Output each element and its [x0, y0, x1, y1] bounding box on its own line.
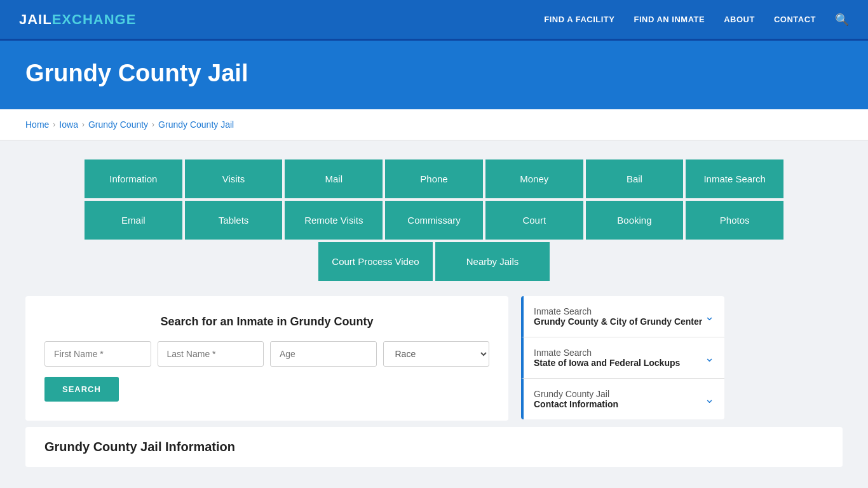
btn-bail[interactable]: Bail — [586, 159, 684, 198]
main-content: Information Visits Mail Phone Money Bail… — [0, 140, 868, 488]
sidebar-card-grundy-county[interactable]: Inmate Search Grundy County & City of Gr… — [521, 296, 724, 337]
breadcrumb-iowa[interactable]: Iowa — [59, 119, 78, 130]
jail-info-title: Grundy County Jail Information — [44, 440, 824, 454]
page-title: Grundy County Jail — [25, 60, 843, 87]
brand-jail: JAIL — [19, 11, 52, 28]
breadcrumb-sep-3: › — [152, 120, 154, 129]
breadcrumb-sep-1: › — [53, 120, 55, 129]
brand-logo[interactable]: JAIL EXCHANGE — [19, 11, 136, 28]
sidebar-card-text-2: Inmate Search State of Iowa and Federal … — [534, 348, 680, 368]
nav-find-inmate[interactable]: FIND AN INMATE — [634, 15, 705, 24]
btn-commissary[interactable]: Commissary — [385, 201, 483, 240]
btn-remote-visits[interactable]: Remote Visits — [285, 201, 383, 240]
age-input[interactable] — [270, 341, 377, 367]
navbar: JAIL EXCHANGE FIND A FACILITY FIND AN IN… — [0, 0, 868, 41]
nav-contact[interactable]: CONTACT — [774, 15, 816, 24]
hero-section: Grundy County Jail — [0, 41, 868, 109]
chevron-down-icon-2: ⌄ — [705, 351, 714, 365]
nav-find-facility[interactable]: FIND A FACILITY — [544, 15, 614, 24]
search-icon-button[interactable]: 🔍 — [835, 13, 849, 27]
breadcrumb-grundy-county[interactable]: Grundy County — [88, 119, 148, 130]
navbar-links: FIND A FACILITY FIND AN INMATE ABOUT CON… — [544, 13, 849, 27]
inmate-search-form: Search for an Inmate in Grundy County Ra… — [25, 296, 508, 421]
navigation-grid: Information Visits Mail Phone Money Bail… — [85, 159, 783, 283]
sidebar-card-title-2: Inmate Search — [534, 348, 680, 358]
btn-court-process-video[interactable]: Court Process Video — [318, 242, 433, 281]
sidebar-card-text-3: Grundy County Jail Contact Information — [534, 389, 618, 409]
breadcrumb-current: Grundy County Jail — [158, 119, 234, 130]
grid-row-1: Information Visits Mail Phone Money Bail… — [85, 159, 783, 198]
breadcrumb: Home › Iowa › Grundy County › Grundy Cou… — [0, 109, 868, 140]
btn-photos[interactable]: Photos — [686, 201, 783, 240]
chevron-down-icon-3: ⌄ — [705, 392, 714, 406]
btn-nearby-jails[interactable]: Nearby Jails — [435, 242, 550, 281]
search-form-title: Search for an Inmate in Grundy County — [44, 315, 489, 329]
grid-row-2: Email Tablets Remote Visits Commissary C… — [85, 201, 783, 240]
sidebar-card-iowa-federal[interactable]: Inmate Search State of Iowa and Federal … — [521, 337, 724, 379]
lower-section: Search for an Inmate in Grundy County Ra… — [25, 296, 724, 421]
race-select[interactable]: Race White Black Hispanic Asian Other — [383, 341, 490, 367]
breadcrumb-home[interactable]: Home — [25, 119, 49, 130]
btn-tablets[interactable]: Tablets — [185, 201, 283, 240]
brand-exchange: EXCHANGE — [52, 11, 137, 28]
sidebar: Inmate Search Grundy County & City of Gr… — [521, 296, 724, 421]
grid-row-3: Court Process Video Nearby Jails — [85, 242, 783, 281]
search-fields: Race White Black Hispanic Asian Other — [44, 341, 489, 367]
sidebar-card-subtitle-3: Contact Information — [534, 399, 618, 409]
jail-info-section: Grundy County Jail Information — [25, 427, 843, 467]
breadcrumb-sep-2: › — [82, 120, 85, 129]
btn-inmate-search[interactable]: Inmate Search — [686, 159, 783, 198]
sidebar-card-text-1: Inmate Search Grundy County & City of Gr… — [534, 306, 702, 327]
sidebar-card-subtitle-2: State of Iowa and Federal Lockups — [534, 358, 680, 368]
search-submit-button[interactable]: SEARCH — [44, 377, 119, 402]
btn-phone[interactable]: Phone — [385, 159, 483, 198]
btn-booking[interactable]: Booking — [586, 201, 684, 240]
btn-mail[interactable]: Mail — [285, 159, 383, 198]
btn-money[interactable]: Money — [485, 159, 583, 198]
chevron-down-icon-1: ⌄ — [705, 309, 714, 323]
btn-information[interactable]: Information — [85, 159, 182, 198]
nav-about[interactable]: ABOUT — [724, 15, 755, 24]
btn-court[interactable]: Court — [485, 201, 583, 240]
sidebar-card-title-3: Grundy County Jail — [534, 389, 618, 399]
btn-email[interactable]: Email — [85, 201, 182, 240]
first-name-input[interactable] — [44, 341, 151, 367]
last-name-input[interactable] — [158, 341, 264, 367]
btn-visits[interactable]: Visits — [185, 159, 283, 198]
sidebar-card-title-1: Inmate Search — [534, 306, 702, 316]
sidebar-card-contact-info[interactable]: Grundy County Jail Contact Information ⌄ — [521, 379, 724, 419]
sidebar-card-subtitle-1: Grundy County & City of Grundy Center — [534, 316, 702, 327]
